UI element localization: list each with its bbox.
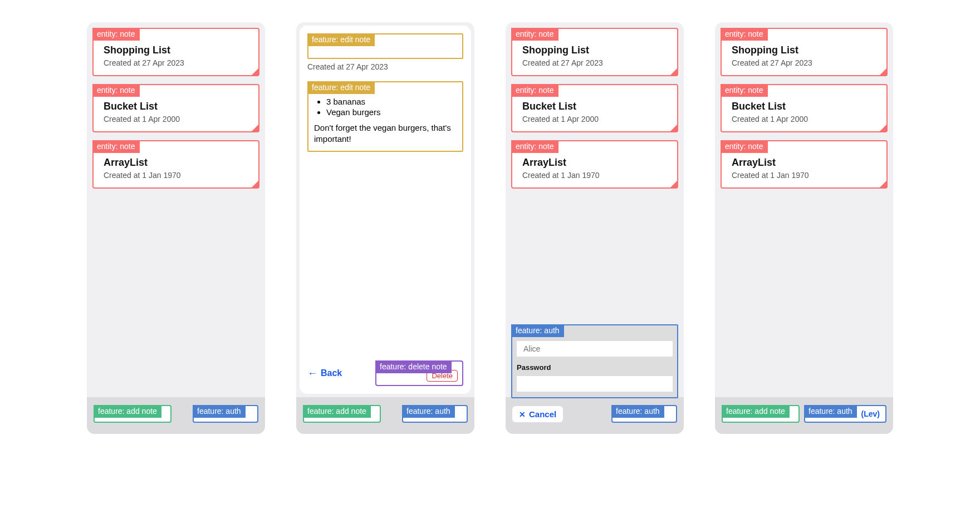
note-card[interactable]: entity: note ArrayList Created at 1 Jan … [721, 140, 888, 189]
note-title: ArrayList [104, 157, 248, 169]
entity-note-tag: entity: note [511, 28, 558, 41]
username-input[interactable] [517, 341, 673, 357]
add-note-button[interactable]: feature: add note [94, 405, 171, 423]
edit-title-area[interactable]: feature: edit note [307, 33, 463, 59]
note-subtitle: Created at 27 Apr 2023 [522, 58, 667, 67]
footer: feature: add note feature: auth (Lev) [715, 397, 893, 434]
entity-note-tag: entity: note [92, 140, 140, 153]
footer: Cancel feature: auth [506, 397, 684, 434]
entity-note-tag: entity: note [511, 140, 558, 153]
entity-note-tag: entity: note [721, 28, 768, 41]
add-note-button[interactable]: feature: add note [722, 405, 800, 423]
bullet-item: 3 bananas [326, 97, 457, 106]
feature-edit-note-tag: feature: edit note [307, 33, 375, 46]
note-subtitle: Created at 1 Jan 1970 [732, 171, 876, 180]
note-bullets: 3 bananas Vegan burgers [326, 97, 457, 117]
arrow-left-icon [307, 368, 317, 379]
feature-edit-note-tag: feature: edit note [307, 81, 375, 94]
note-title: Bucket List [104, 101, 248, 112]
feature-add-note-tag: feature: add note [303, 405, 371, 418]
note-body: Don't forget the vegan burgers, that's i… [314, 122, 457, 145]
back-label: Back [321, 368, 342, 378]
note-title: Bucket List [522, 101, 667, 112]
feature-delete-note-tag: feature: delete note [375, 360, 452, 373]
note-subtitle: Created at 27 Apr 2023 [732, 58, 876, 67]
feature-auth-tag: feature: auth [611, 405, 664, 418]
screen-note-detail: feature: edit note Created at 27 Apr 202… [296, 22, 474, 434]
password-label: Password [512, 359, 677, 374]
note-card[interactable]: entity: note Shopping List Created at 27… [92, 28, 259, 76]
bullet-item: Vegan burgers [326, 107, 457, 117]
entity-note-tag: entity: note [92, 28, 140, 41]
delete-note-button[interactable]: feature: delete note Delete [375, 360, 463, 386]
note-card[interactable]: entity: note Bucket List Created at 1 Ap… [721, 84, 888, 132]
signed-in-user: (Lev) [861, 409, 880, 418]
auth-signout-button[interactable]: feature: auth (Lev) [804, 405, 886, 423]
detail-actions: Back feature: delete note Delete [307, 355, 463, 386]
note-subtitle: Created at 27 Apr 2023 [104, 58, 248, 67]
cancel-label: Cancel [529, 409, 556, 419]
note-subtitle: Created at 1 Jan 1970 [104, 171, 248, 180]
note-title: ArrayList [732, 157, 876, 169]
note-title: Shopping List [732, 45, 876, 56]
screen-auth-drawer: entity: note Shopping List Created at 27… [506, 22, 684, 434]
close-icon [519, 409, 526, 419]
created-label: Created at 27 Apr 2023 [307, 62, 463, 71]
feature-add-note-tag: feature: add note [94, 405, 161, 418]
note-subtitle: Created at 1 Apr 2000 [732, 115, 876, 123]
footer: feature: add note feature: auth [296, 397, 474, 434]
add-note-button[interactable]: feature: add note [303, 405, 381, 423]
auth-submit-button[interactable]: feature: auth [611, 405, 677, 423]
footer: feature: add note feature: auth [87, 397, 265, 434]
note-subtitle: Created at 1 Apr 2000 [522, 115, 667, 123]
note-card[interactable]: entity: note ArrayList Created at 1 Jan … [92, 140, 259, 189]
screen-signed-in: entity: note Shopping List Created at 27… [715, 22, 893, 434]
feature-auth-tag: feature: auth [804, 405, 857, 418]
entity-note-tag: entity: note [721, 84, 768, 97]
note-card[interactable]: entity: note Bucket List Created at 1 Ap… [92, 84, 259, 132]
auth-drawer: feature: auth Password [511, 324, 678, 398]
notes-list: entity: note Shopping List Created at 27… [87, 22, 265, 397]
cancel-button[interactable]: Cancel [512, 406, 563, 422]
note-card[interactable]: entity: note Bucket List Created at 1 Ap… [511, 84, 678, 132]
auth-button[interactable]: feature: auth [402, 405, 468, 423]
notes-list: entity: note Shopping List Created at 27… [715, 22, 893, 397]
entity-note-tag: entity: note [721, 140, 768, 153]
note-title: Shopping List [522, 45, 667, 56]
back-button[interactable]: Back [307, 368, 342, 379]
feature-auth-tag: feature: auth [511, 324, 564, 337]
note-title: ArrayList [522, 157, 667, 169]
note-detail-card: feature: edit note Created at 27 Apr 202… [300, 26, 471, 394]
note-title: Bucket List [732, 101, 876, 112]
feature-auth-tag: feature: auth [402, 405, 455, 418]
password-input[interactable] [517, 376, 673, 392]
edit-content-area[interactable]: feature: edit note 3 bananas Vegan burge… [307, 81, 463, 152]
entity-note-tag: entity: note [511, 84, 558, 97]
feature-add-note-tag: feature: add note [722, 405, 790, 418]
screen-notes-list: entity: note Shopping List Created at 27… [87, 22, 265, 434]
note-card[interactable]: entity: note Shopping List Created at 27… [721, 28, 888, 76]
auth-button[interactable]: feature: auth [193, 405, 258, 423]
note-title: Shopping List [104, 45, 248, 56]
note-card[interactable]: entity: note Shopping List Created at 27… [511, 28, 678, 76]
note-subtitle: Created at 1 Apr 2000 [104, 115, 248, 123]
feature-auth-tag: feature: auth [193, 405, 246, 418]
entity-note-tag: entity: note [92, 84, 140, 97]
note-card[interactable]: entity: note ArrayList Created at 1 Jan … [511, 140, 678, 189]
note-subtitle: Created at 1 Jan 1970 [522, 171, 667, 180]
